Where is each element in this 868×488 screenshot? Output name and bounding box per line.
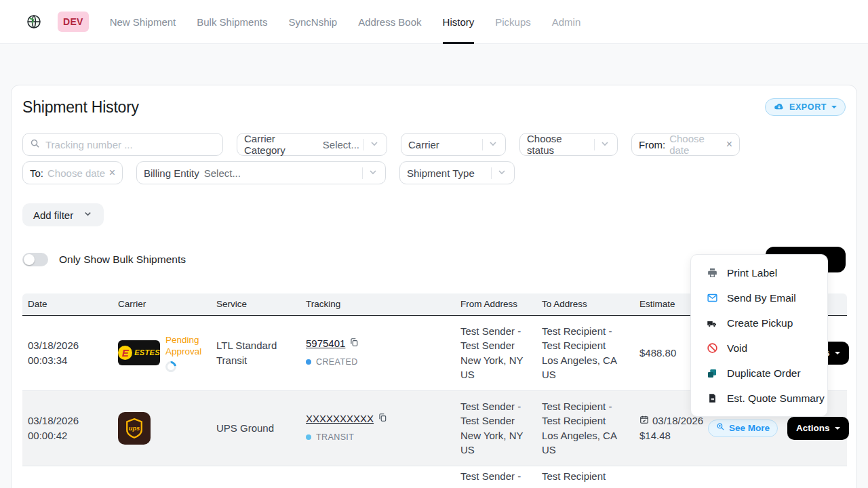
nav-item-syncnship[interactable]: SyncNship xyxy=(288,0,337,44)
actions-button[interactable]: Actions xyxy=(787,417,849,440)
from-date-field[interactable]: From: Choose date × xyxy=(631,133,740,156)
cloud-download-icon xyxy=(774,101,785,114)
tracking-number-link[interactable]: 5975401 xyxy=(306,336,345,351)
to-date-field[interactable]: To: Choose date × xyxy=(22,161,123,184)
clear-icon[interactable]: × xyxy=(726,139,732,150)
pending-approval-badge: Pending Approval xyxy=(165,334,208,357)
to-address: Test Recipient xyxy=(536,466,634,488)
email-icon xyxy=(706,292,718,304)
from-address: Test Sender -Test Sender New York, NYUS xyxy=(455,390,536,466)
shipment-date: 03/18/2026 xyxy=(28,338,107,353)
copy-icon[interactable] xyxy=(349,336,359,351)
actions-dropdown-menu: Print Label Send By Email Create Pickup … xyxy=(690,254,828,417)
estes-carrier-logo: E ESTES xyxy=(118,340,160,365)
shipment-date: 03/18/2026 xyxy=(28,413,107,428)
carrier-category-select[interactable]: Carrier Category Select... xyxy=(237,133,387,156)
loading-spinner-icon xyxy=(163,359,179,374)
printer-icon xyxy=(706,267,718,279)
chevron-down-icon xyxy=(835,427,840,430)
shipment-time: 00:00:42 xyxy=(28,428,107,443)
nav-item-history[interactable]: History xyxy=(443,0,475,44)
header-service: Service xyxy=(211,293,300,315)
bulk-shipments-toggle[interactable] xyxy=(22,253,48,266)
nav-item-address-book[interactable]: Address Book xyxy=(358,0,421,44)
table-row: Test Sender - Test Recipient xyxy=(22,466,847,488)
file-icon xyxy=(706,392,718,405)
see-more-button[interactable]: See More xyxy=(708,420,778,437)
header-to-address: To Address xyxy=(536,293,634,315)
env-badge: DEV xyxy=(58,12,89,32)
header-from-address: From Address xyxy=(455,293,536,315)
duplicate-icon xyxy=(706,367,718,380)
service-name: UPS Ground xyxy=(216,421,292,436)
page-title: Shipment History xyxy=(22,98,139,117)
from-address: Test Sender - xyxy=(455,466,536,488)
export-button[interactable]: EXPORT xyxy=(765,98,846,116)
header-date: Date xyxy=(22,293,113,315)
status-dot xyxy=(306,359,311,365)
estimate-amount: $14.48 xyxy=(639,428,697,443)
menu-item-create-pickup[interactable]: Create Pickup xyxy=(691,310,827,336)
tracking-number-link[interactable]: XXXXXXXXXX xyxy=(306,411,374,426)
estimate-amount: $488.80 xyxy=(639,347,676,359)
chevron-down-icon xyxy=(496,167,507,180)
status-select[interactable]: Choose status xyxy=(519,133,618,156)
copy-icon[interactable] xyxy=(378,411,387,426)
clear-icon[interactable]: × xyxy=(109,167,115,178)
chevron-down-icon xyxy=(368,167,378,180)
bulk-shipments-toggle-label: Only Show Bulk Shipments xyxy=(59,253,186,266)
status-badge: CREATED xyxy=(316,355,358,370)
add-filter-button[interactable]: Add filter xyxy=(22,203,104,226)
to-address: Test Recipient -Test Recipient Los Angel… xyxy=(536,390,634,466)
from-address: Test Sender -Test Sender New York, NYUS xyxy=(455,315,536,390)
menu-item-est-quote-summary[interactable]: Est. Quote Summary xyxy=(691,386,827,411)
to-address: Test Recipient -Test Recipient Los Angel… xyxy=(536,315,634,390)
tracking-number-input[interactable] xyxy=(45,139,216,150)
service-name: LTL Standard Transit xyxy=(216,338,292,367)
status-dot xyxy=(306,434,311,440)
magnifier-plus-icon xyxy=(716,421,725,436)
chevron-down-icon xyxy=(831,106,837,108)
nav-item-bulk-shipments[interactable]: Bulk Shipments xyxy=(197,0,267,44)
globe-logo-icon[interactable] xyxy=(26,14,42,30)
menu-item-duplicate-order[interactable]: Duplicate Order xyxy=(691,361,827,386)
chevron-down-icon xyxy=(488,138,498,151)
header-tracking: Tracking xyxy=(300,293,455,315)
truck-icon xyxy=(706,317,718,329)
shipment-type-select[interactable]: Shipment Type xyxy=(399,161,515,184)
search-icon xyxy=(30,138,40,150)
shipment-time: 00:03:34 xyxy=(28,353,107,368)
nav-item-admin[interactable]: Admin xyxy=(552,0,581,44)
nav-item-new-shipment[interactable]: New Shipment xyxy=(110,0,176,44)
chevron-down-icon xyxy=(599,138,610,151)
menu-item-print-label[interactable]: Print Label xyxy=(691,260,827,285)
filter-bar: Carrier Category Select... Carrier Choos… xyxy=(22,133,847,184)
nav-item-pickups[interactable]: Pickups xyxy=(495,0,531,44)
menu-item-void[interactable]: Void xyxy=(691,336,827,361)
tracking-search-field[interactable] xyxy=(22,133,223,156)
status-badge: TRANSIT xyxy=(316,430,354,445)
chevron-down-icon xyxy=(83,209,93,221)
top-navbar: DEV New Shipment Bulk Shipments SyncNshi… xyxy=(0,0,868,44)
calendar-check-icon xyxy=(639,413,649,428)
ups-carrier-logo: ups xyxy=(118,412,151,445)
svg-text:ups: ups xyxy=(129,425,140,432)
void-icon xyxy=(706,342,718,354)
chevron-down-icon xyxy=(835,352,840,354)
carrier-select[interactable]: Carrier xyxy=(401,133,506,156)
chevron-down-icon xyxy=(369,138,380,151)
menu-item-send-by-email[interactable]: Send By Email xyxy=(691,285,827,310)
billing-entity-select[interactable]: Billing Entity Select... xyxy=(136,161,386,184)
header-carrier: Carrier xyxy=(113,293,211,315)
